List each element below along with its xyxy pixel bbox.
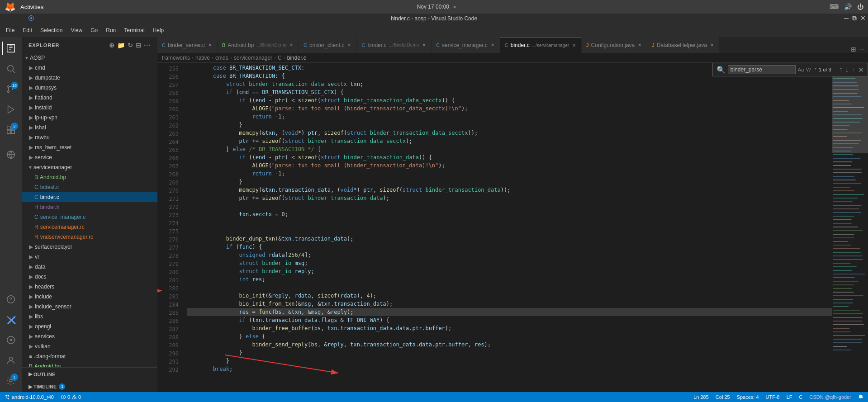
power-icon[interactable]: ⏻ [857,3,863,10]
activity-account[interactable] [2,351,20,369]
tree-binder-c[interactable]: Cbinder.c [22,192,157,202]
tree-bctest-c[interactable]: Cbctest.c [22,182,157,192]
statusbar-eol[interactable]: LF [787,394,792,400]
tree-vndservicemanager-rc[interactable]: Rvndservicemanager.rc [22,232,157,242]
tree-vulkan[interactable]: ▶vulkan [22,341,157,351]
tree-docs[interactable]: ▶docs [22,272,157,282]
activity-dvd[interactable] [2,331,20,349]
menu-edit[interactable]: Edit [19,25,36,35]
tree-lshal[interactable]: ▶lshal [22,123,157,132]
find-more-icon[interactable]: ⋮ [851,67,856,73]
find-case-icon[interactable]: Aa [798,67,804,72]
breadcrumb-frameworks[interactable]: frameworks [162,55,190,61]
tree-root-aosp[interactable]: ▾ AOSP [22,53,157,63]
activity-help[interactable]: ? [2,290,20,308]
split-editor-icon[interactable]: ⊞ [851,46,856,53]
tree-ip-up-vpn[interactable]: ▶ip-up-vpn [22,113,157,123]
outline-section[interactable]: ▶ OUTLINE [22,367,157,381]
activity-explorer[interactable] [2,39,20,57]
tree-include[interactable]: ▶include [22,292,157,302]
statusbar-errors[interactable]: 0 0 [61,394,81,400]
menu-run[interactable]: Run [102,25,119,35]
firefox-icon[interactable]: 🦊 [5,1,16,12]
breadcrumb-cmds[interactable]: cmds [215,55,228,61]
tree-service-manager-c[interactable]: Cservice_manager.c [22,212,157,222]
statusbar-language[interactable]: C [799,394,803,400]
timeline-section[interactable]: ▶ TIMELINE 1 [22,381,157,392]
tree-cmd[interactable]: ▶cmd [22,63,157,73]
activity-extensions[interactable]: 2 [2,121,20,139]
tree-servicemanager[interactable]: ▾servicemanager [22,162,157,172]
tree-clang-format[interactable]: ≡.clang-format [22,351,157,361]
tab-binder-client-c[interactable]: C binder_client.c ✕ [299,37,357,53]
menu-file[interactable]: File [2,25,18,35]
menu-go[interactable]: Go [87,25,101,35]
tree-vr[interactable]: ▶vr [22,252,157,262]
tree-service[interactable]: ▶service [22,152,157,162]
speaker-icon[interactable]: 🔊 [844,3,852,10]
statusbar-col[interactable]: Col 25 [716,394,730,400]
tree-headers[interactable]: ▶headers [22,282,157,292]
tab-android-bp-binderdemo[interactable]: B Android.bp .../BinderDemo ✕ [218,37,299,53]
tree-binder-h[interactable]: Hbinder.h [22,202,157,212]
tree-dumpsys[interactable]: ▶dumpsys [22,83,157,93]
more-icon[interactable]: ··· [144,42,151,49]
more-tabs-icon[interactable]: ··· [859,46,864,53]
statusbar-notifications[interactable] [858,394,863,400]
tree-include-sensor[interactable]: ▶include_sensor [22,302,157,312]
close-btn[interactable]: ✕ [860,14,866,22]
activity-vscode[interactable] [2,311,20,329]
tree-servicemanager-rc[interactable]: Rservicemanager.rc [22,222,157,232]
minimize-btn[interactable]: ─ [844,14,849,22]
menu-view[interactable]: View [67,25,86,35]
tab-configuration-java[interactable]: J Configuration.java ✕ [582,37,647,53]
minimap[interactable] [832,63,868,392]
activity-debug[interactable] [2,100,20,118]
menu-terminal[interactable]: Terminal [120,25,148,35]
menu-selection[interactable]: Selection [37,25,66,35]
keyboard-icon[interactable]: ⌨ [830,3,839,10]
tree-data[interactable]: ▶data [22,262,157,272]
tree-libs[interactable]: ▶libs [22,312,157,322]
tree-android-bp[interactable]: BAndroid.bp [22,172,157,182]
tab-binder-server-c[interactable]: C binder_server.c ✕ [157,37,218,53]
tab-databasehelper-java[interactable]: J DatabaseHelper.java ✕ [647,37,720,53]
activity-remote[interactable] [2,146,20,164]
new-folder-icon[interactable]: 📁 [117,42,125,49]
tree-services[interactable]: ▶services [22,331,157,341]
activity-git[interactable]: 18 [2,80,20,98]
activity-settings[interactable]: 1 [2,372,20,390]
new-file-icon[interactable]: ⊕ [109,42,115,49]
find-word-icon[interactable]: W [806,67,811,72]
tree-installd[interactable]: ▶installd [22,103,157,113]
statusbar-spaces[interactable]: Spaces: 4 [737,394,759,400]
tab-binder-c-binderdemo[interactable]: C binder.c .../BinderDemo ✕ [357,37,432,53]
tree-rss-hwm-reset[interactable]: ▶rss_hwm_reset [22,142,157,152]
collapse-icon[interactable]: ⊟ [136,42,142,49]
find-next-icon[interactable]: ↓ [845,66,849,74]
tab-binder-c-servicemanager[interactable]: C binder.c .../servicemanager ✕ [500,37,582,53]
statusbar-encoding[interactable]: UTF-8 [766,394,780,400]
statusbar-line[interactable]: Ln 285 [693,394,709,400]
breadcrumb-c[interactable]: C [278,55,282,61]
code-content[interactable]: case BR_TRANSACTION_SEC_CTX: case BR_TRA… [182,63,832,392]
restore-btn[interactable]: ⧉ [852,14,857,22]
tree-dumpstate[interactable]: ▶dumpstate [22,73,157,83]
breadcrumb-native[interactable]: native [195,55,210,61]
find-input[interactable] [728,65,796,74]
menu-help[interactable]: Help [149,25,168,35]
tree-flatland[interactable]: ▶flatland [22,93,157,103]
statusbar-branch[interactable]: android-10.0.0_r40 [5,394,54,400]
find-close-icon[interactable]: ✕ [858,66,864,74]
tree-android-bp-root[interactable]: BAndroid.bp [22,361,157,367]
refresh-icon[interactable]: ↻ [128,42,133,49]
tab-service-manager-c[interactable]: C service_manager.c ✕ [432,37,500,53]
tree-surfacereplayer[interactable]: ▶surfacereplayer [22,242,157,252]
breadcrumb-binder-c[interactable]: binder.c [287,55,306,61]
tree-rawbu[interactable]: ▶rawbu [22,132,157,142]
find-regex-icon[interactable]: .* [813,67,816,72]
breadcrumb-servicemanager[interactable]: servicemanager [234,55,272,61]
tree-opengl[interactable]: ▶opengl [22,322,157,331]
activity-search[interactable] [2,60,20,78]
find-prev-icon[interactable]: ↑ [839,66,843,74]
